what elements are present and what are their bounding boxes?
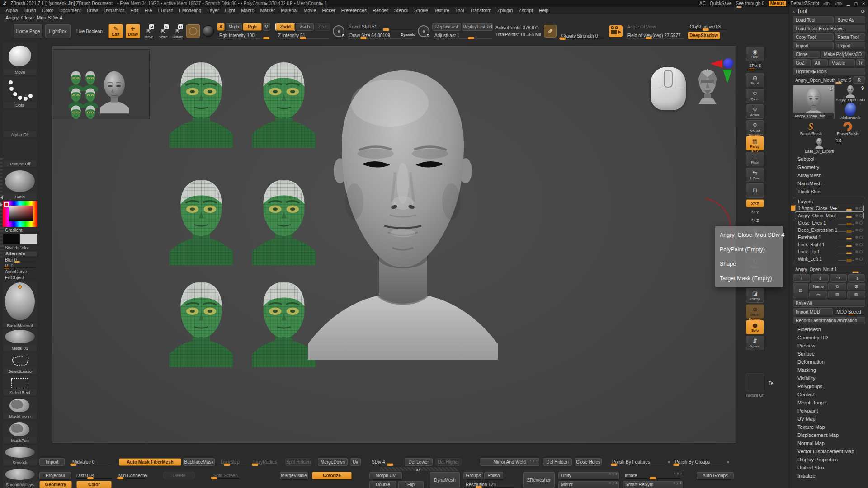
tool-section-header[interactable]: Geometry HD — [793, 333, 865, 342]
menu-item[interactable]: Alpha — [3, 8, 21, 13]
1 Angry_Close_Mo[interactable]: 1 Angry_Close_Mo ↔ — [795, 205, 864, 212]
backface-mask-button[interactable]: BackfaceMask — [183, 458, 215, 466]
Forehead 1[interactable]: Forehead 1 — [795, 234, 864, 241]
Deep_Expression 1[interactable]: Deep_Expression 1 — [795, 226, 864, 234]
material-picker[interactable]: Satin — [3, 168, 37, 200]
layer-intensity-slider[interactable] — [838, 238, 854, 240]
layer-split-button[interactable]: ▭ — [809, 291, 827, 298]
draw-size-slider[interactable]: Draw Size 64.88109Dynamic — [347, 32, 415, 39]
tool-section-header[interactable]: Unified Skin — [793, 464, 865, 472]
current-tool-thumbnail[interactable]: 9 Angry_Open_Mo — [793, 85, 835, 119]
transp-button[interactable]: ◪ Transp — [746, 288, 764, 303]
select-rect-brush[interactable]: SelectRect — [3, 375, 37, 396]
layer-intensity-slider[interactable] — [838, 209, 854, 211]
flip-button[interactable]: Flip — [398, 481, 424, 488]
project-all-button[interactable]: ProjectAll — [39, 472, 71, 479]
layer-record-icon[interactable] — [855, 214, 858, 217]
tool-section-header[interactable]: Displacement Map — [793, 431, 865, 439]
tool-section-header[interactable]: Geometry — [793, 163, 865, 171]
merge-down-button[interactable]: MergeDown — [318, 458, 348, 466]
rotate-button[interactable]: R⇱Rotate — [172, 23, 184, 39]
menu-item[interactable]: Transform — [467, 8, 494, 13]
lazy-step-slider[interactable]: LazyStep — [218, 458, 246, 466]
layer-visibility-icon[interactable] — [859, 243, 863, 246]
menu-item[interactable]: Preferences — [338, 8, 370, 13]
layer-record-icon[interactable] — [855, 243, 858, 246]
layer-intensity-slider[interactable] — [838, 216, 854, 218]
menu-item[interactable]: Color — [39, 8, 56, 13]
y-axis-button[interactable]: ↻ Y — [746, 209, 764, 216]
select-lasso-brush[interactable]: SelectLasso — [3, 352, 37, 375]
layer-intensity-slider[interactable] — [838, 252, 854, 254]
tool-section-header[interactable]: Initialize — [793, 472, 865, 480]
xyz-button[interactable]: XYZ — [746, 199, 764, 207]
tool-section-header[interactable]: Normal Map — [793, 439, 865, 447]
tool-section-header[interactable]: Masking — [793, 366, 865, 374]
colorize-button[interactable]: Colorize — [312, 472, 352, 479]
adjust-last-slider[interactable]: AdjustLast 1 — [432, 32, 493, 39]
current-brush-button[interactable] — [186, 24, 200, 38]
import-button[interactable]: Import — [793, 42, 834, 49]
aahalf-button[interactable]: ⚲ AAHalf — [746, 120, 764, 135]
gravity-button[interactable]: ✎ — [544, 25, 557, 38]
layer-visibility-icon[interactable] — [859, 207, 863, 210]
Look_Right 1[interactable]: Look_Right 1 — [795, 241, 864, 248]
split-hidden-button[interactable]: Split Hidden — [285, 458, 311, 466]
tool-section-header[interactable]: Deformation — [793, 358, 865, 366]
left-tray-toggle-icon[interactable]: ‹▯▯› — [823, 1, 831, 6]
dist-slider[interactable]: Dist 0.04 — [74, 472, 113, 479]
polish-by-groups-slider[interactable]: Polish By Groups — [673, 458, 726, 466]
del-higher-button[interactable]: Del Higher — [435, 458, 462, 466]
mdd-speed-slider[interactable]: MDD Speed — [834, 308, 865, 315]
auto-groups-button[interactable]: Auto Groups — [697, 472, 734, 479]
smooth-valleys-brush[interactable]: SmoothValleys — [3, 467, 37, 488]
tool-section-header[interactable]: Polygroups — [793, 382, 865, 390]
solo-button[interactable]: Dynamic ● Solo — [746, 320, 764, 334]
adjust-last-dial-icon[interactable]: D — [418, 25, 429, 37]
obj-shadow-slider[interactable]: ObjShadow 0.3 — [688, 23, 726, 31]
tool-section-header[interactable]: Visibility — [793, 374, 865, 382]
menu-item[interactable]: Material — [278, 8, 301, 13]
layer-record-icon[interactable] — [855, 229, 858, 231]
layer-delete-button[interactable]: ⊠ — [847, 283, 865, 290]
layer-record-icon[interactable] — [855, 221, 858, 224]
see-through-slider[interactable]: See-through 0 — [736, 1, 764, 6]
texture-toggle-label[interactable]: Texture On — [741, 393, 769, 398]
right-tray-toggle-icon[interactable]: ‹▯▯› — [835, 1, 843, 6]
camera-button[interactable] — [609, 25, 623, 37]
layer-new-button[interactable]: ▤ — [793, 283, 808, 298]
tool-section-header[interactable]: Display Properties — [793, 455, 865, 464]
layer-record-icon[interactable] — [855, 236, 858, 239]
layer-intensity-slider[interactable] — [838, 223, 854, 225]
midvalue-slider[interactable]: MidValue 0 — [70, 458, 112, 466]
main-color-swatch[interactable] — [3, 234, 20, 244]
menu-item[interactable]: Light — [222, 8, 238, 13]
move-button[interactable]: M⇱Move — [143, 23, 155, 39]
polish-button[interactable]: Polish — [484, 472, 503, 479]
m-button[interactable]: M — [263, 23, 270, 31]
menus-button[interactable]: Menus — [769, 1, 787, 6]
make-polymesh3d-button[interactable]: Make PolyMesh3D — [821, 51, 865, 58]
color-swatches[interactable] — [3, 234, 37, 244]
layer-visibility-icon[interactable] — [859, 229, 863, 232]
polish-groups-mode-dot[interactable] — [727, 461, 729, 463]
tool-section-header[interactable]: UV Map — [793, 415, 865, 423]
polish-features-mode-dot[interactable] — [668, 461, 670, 463]
tool-section-header[interactable]: NanoMesh — [793, 179, 865, 188]
goz-all-button[interactable]: All — [812, 59, 828, 66]
tray-collapse-icon[interactable]: ‹ — [793, 9, 795, 14]
min-connected-slider[interactable]: Min Connected F — [116, 472, 147, 479]
record-deformation-button[interactable]: Record Deformation Animation — [793, 317, 865, 324]
layer-record-icon[interactable] — [855, 207, 858, 210]
menu-item[interactable]: Macro — [238, 8, 257, 13]
delete-button[interactable]: Delete — [163, 472, 195, 479]
menu-item[interactable]: Document — [56, 8, 84, 13]
layer-merge-similar-button[interactable]: ▥ — [828, 291, 846, 298]
load-tool-button[interactable]: Load Tool — [793, 16, 834, 23]
brush-picker[interactable]: Move — [3, 42, 37, 75]
layers-section-header[interactable]: Layers — [795, 198, 864, 205]
tool-section-header[interactable]: Morph Target — [793, 399, 865, 407]
restore-button[interactable]: ▢ — [854, 1, 858, 6]
zsub-button[interactable]: Zsub — [296, 23, 314, 31]
blur-slider[interactable]: Blur 0 — [3, 258, 37, 263]
